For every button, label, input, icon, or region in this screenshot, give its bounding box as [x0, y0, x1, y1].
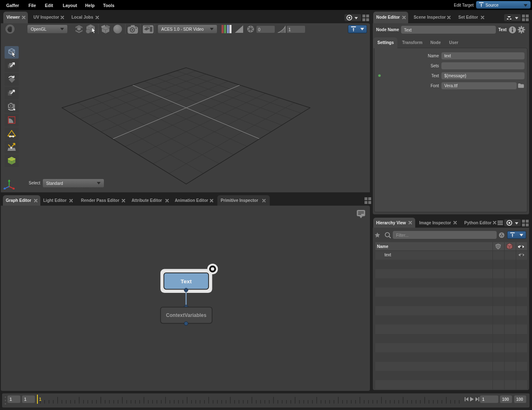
svg-text:Text: Text: [181, 278, 192, 285]
svg-text:ContextVariables: ContextVariables: [166, 312, 207, 318]
